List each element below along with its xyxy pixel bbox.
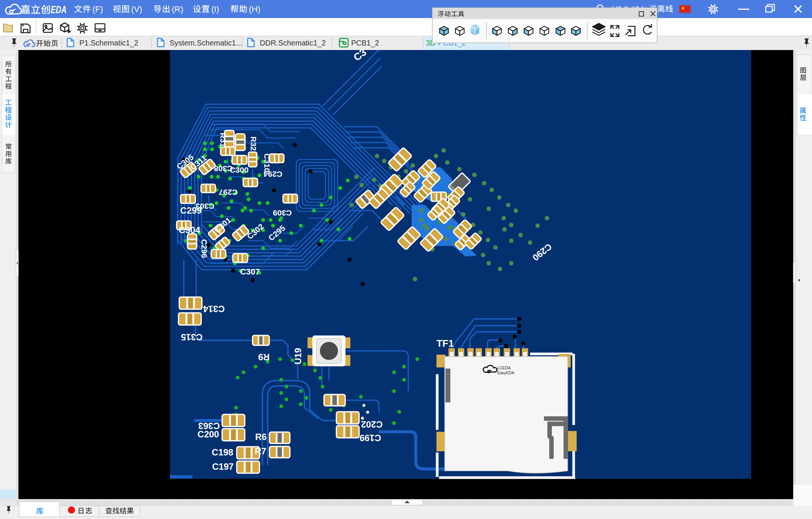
svg-text:(F): (F) (92, 5, 103, 14)
svg-text:C299: C299 (180, 205, 201, 215)
svg-text:EDA: EDA (51, 4, 67, 15)
svg-text:C300: C300 (230, 165, 248, 174)
svg-text:C315: C315 (181, 332, 202, 342)
svg-text:TF1: TF1 (436, 338, 454, 349)
svg-text:C297: C297 (219, 188, 238, 197)
svg-text:(H): (H) (249, 5, 261, 14)
svg-text:(I): (I) (211, 5, 219, 14)
svg-text:C199: C199 (359, 433, 381, 443)
svg-text:C307: C307 (240, 267, 260, 276)
svg-text:R6: R6 (255, 432, 267, 442)
svg-text:R31: R31 (219, 133, 227, 147)
svg-text:★: ★ (681, 5, 685, 11)
svg-text:PCB1_2: PCB1_2 (351, 39, 379, 47)
svg-text:C296: C296 (200, 239, 209, 258)
svg-text:C202: C202 (361, 419, 382, 429)
svg-text:C304: C304 (179, 225, 200, 235)
svg-text:C294: C294 (264, 170, 283, 179)
svg-text:EasyEDA: EasyEDA (497, 370, 514, 375)
svg-text:C198: C198 (212, 447, 233, 457)
svg-text:R7: R7 (255, 446, 267, 456)
svg-text:R32: R32 (249, 137, 258, 151)
svg-text:C314: C314 (203, 304, 225, 314)
svg-text:C197: C197 (212, 461, 233, 472)
svg-text:System.Schematic1...: System.Schematic1... (170, 39, 242, 47)
svg-text:(V): (V) (131, 5, 142, 14)
svg-text:C310: C310 (263, 153, 271, 172)
svg-text:P1.Schematic1_2: P1.Schematic1_2 (79, 39, 138, 47)
svg-text:DDR.Schematic1_2: DDR.Schematic1_2 (260, 39, 326, 47)
svg-text:LCEDA: LCEDA (497, 366, 511, 370)
svg-text:C200: C200 (197, 429, 219, 439)
svg-text:R9: R9 (258, 352, 270, 362)
svg-text:U19: U19 (293, 348, 303, 364)
svg-text:(R): (R) (172, 5, 183, 14)
svg-text:C309: C309 (273, 209, 292, 217)
